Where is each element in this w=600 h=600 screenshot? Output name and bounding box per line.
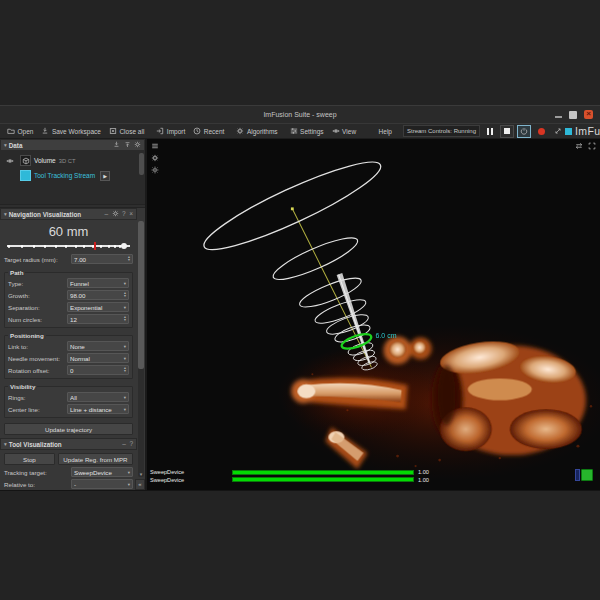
play-button[interactable]: ▶ [100, 171, 110, 181]
help-panel-icon[interactable]: ? [122, 211, 126, 217]
maximize-icon[interactable] [569, 111, 577, 119]
slider-track[interactable] [7, 245, 130, 246]
positioning-group-title: Positioning [8, 332, 46, 339]
settings-button[interactable]: Settings [286, 125, 328, 138]
save-workspace-button[interactable]: Save Workspace [37, 125, 105, 138]
center-line-select[interactable]: Line + distance▾ [67, 404, 129, 414]
power-button[interactable] [517, 125, 531, 138]
view-button[interactable]: View [328, 125, 360, 138]
close-all-button[interactable]: Close all [105, 125, 148, 138]
algorithms-button[interactable]: Algorithms [232, 125, 281, 138]
main-toolbar: Open Save Workspace Close all Import Rec… [0, 123, 600, 139]
stream-list-item[interactable]: Tool Tracking Stream ▶ [0, 168, 145, 183]
growth-spinbox[interactable]: 98.00▴▾ [67, 290, 129, 300]
swap-views-icon[interactable] [575, 142, 583, 150]
eye-icon [332, 127, 340, 135]
device-name: SweepDevice [150, 469, 232, 475]
recent-button[interactable]: Recent [189, 125, 228, 138]
chevron-down-icon: ▾ [124, 344, 126, 349]
slider-target-marker [94, 242, 96, 250]
volume-list-item[interactable]: Volume 3D CT [0, 153, 145, 168]
rings-select[interactable]: All▾ [67, 392, 129, 402]
slider-knob[interactable] [121, 243, 127, 249]
relative-to-select[interactable]: -▾ [71, 479, 133, 489]
collapse-sidebar-button[interactable]: « [135, 479, 145, 490]
depth-slider[interactable] [7, 241, 130, 251]
device-name: SweepDevice [150, 477, 232, 483]
brightness-icon[interactable] [151, 166, 159, 174]
scrollbar-thumb[interactable] [138, 221, 144, 369]
collapse-icon[interactable]: ▾ [4, 142, 7, 148]
update-reg-button[interactable]: Update Reg. from MPR [58, 453, 133, 465]
stop-button[interactable]: Stop [4, 453, 55, 465]
navigation-panel-title: Navigation Visualization [9, 211, 81, 218]
imfusion-logo-icon [565, 128, 572, 135]
spin-buttons[interactable]: ▴▾ [128, 256, 130, 263]
folder-icon [7, 127, 15, 135]
close-panel-icon[interactable]: × [129, 211, 133, 217]
data-scrollbar[interactable] [139, 153, 144, 175]
record-button[interactable] [534, 125, 548, 138]
move-up-icon[interactable] [124, 141, 131, 149]
open-button[interactable]: Open [3, 125, 37, 138]
collapse-icon[interactable]: ▾ [4, 211, 7, 217]
update-trajectory-button[interactable]: Update trajectory [4, 423, 133, 435]
view-menu-icon[interactable] [151, 142, 159, 150]
center-line-label: Center line: [8, 406, 64, 413]
resize-button[interactable] [551, 125, 565, 138]
relative-to-label: Relative to: [4, 481, 68, 488]
properties-scrollbar[interactable] [138, 221, 144, 477]
quality-bar [232, 470, 414, 475]
volume-rendering-scene[interactable]: 6.0 cm [147, 139, 600, 490]
trajectory-center-line [292, 209, 371, 368]
distance-annotation: 6.0 cm [376, 332, 397, 339]
minimize-panel-icon[interactable]: – [104, 211, 108, 217]
title-bar[interactable]: ImFusion Suite - sweep × [0, 106, 600, 123]
import-label: Import [167, 128, 185, 135]
collapse-icon[interactable]: ▾ [4, 441, 7, 447]
tracking-target-select[interactable]: SweepDevice▾ [71, 467, 133, 477]
close-icon[interactable]: × [584, 110, 593, 119]
chevron-down-icon: ▾ [124, 356, 126, 361]
separation-select[interactable]: Exponential▾ [67, 302, 129, 312]
link-to-select[interactable]: None▾ [67, 341, 129, 351]
chevron-down-icon: ▾ [124, 305, 126, 310]
3d-viewport[interactable]: 6.0 cm SweepDevice 1.00 SweepDevice 1.00 [147, 139, 600, 490]
navigation-panel-header[interactable]: ▾ Navigation Visualization – ? × [0, 208, 137, 220]
chevron-down-icon: ▾ [124, 395, 126, 400]
play-icon: ▶ [103, 173, 107, 179]
gear-icon[interactable] [134, 141, 141, 149]
minimize-icon[interactable] [555, 116, 562, 118]
orientation-cube-widget[interactable] [575, 469, 593, 481]
recent-label: Recent [204, 128, 225, 135]
needle-movement-select[interactable]: Normal▾ [67, 353, 129, 363]
target-radius-spinbox[interactable]: 7.00▴▾ [71, 254, 133, 264]
entry-point-marker [291, 207, 294, 210]
type-select[interactable]: Funnel▾ [67, 278, 129, 288]
stream-status-label: Stream Controls: Running [403, 125, 480, 137]
quality-bar [232, 477, 414, 482]
scroll-down-button[interactable]: ▾ [137, 470, 145, 478]
stream-controls: Stream Controls: Running [403, 125, 565, 138]
move-down-icon[interactable] [113, 141, 120, 149]
record-icon [538, 128, 545, 135]
fullscreen-icon[interactable] [588, 142, 596, 150]
tracking-target-label: Tracking target: [4, 469, 68, 476]
stop-stream-button[interactable] [500, 125, 514, 138]
visibility-group-title: Visibility [8, 383, 37, 390]
num-circles-spinbox[interactable]: 12▴▾ [67, 314, 129, 324]
growth-label: Growth: [8, 292, 64, 299]
main-content: ▾ Data Volume 3D CT Tool T [0, 139, 600, 490]
tool-panel-header[interactable]: ▾ Tool Visualization – ? [0, 438, 137, 450]
data-panel-header[interactable]: ▾ Data [0, 139, 145, 151]
visibility-eye-icon[interactable] [3, 157, 17, 165]
settings-label: Settings [300, 128, 324, 135]
rotation-offset-spinbox[interactable]: 0▴▾ [67, 365, 129, 375]
help-panel-icon[interactable]: ? [129, 441, 133, 447]
import-button[interactable]: Import [152, 125, 189, 138]
minimize-panel-icon[interactable]: – [122, 441, 126, 447]
help-button[interactable]: Help [364, 125, 396, 138]
gear-icon[interactable] [112, 210, 119, 218]
pause-button[interactable] [483, 125, 497, 138]
view-settings-gear-icon[interactable] [151, 154, 159, 162]
